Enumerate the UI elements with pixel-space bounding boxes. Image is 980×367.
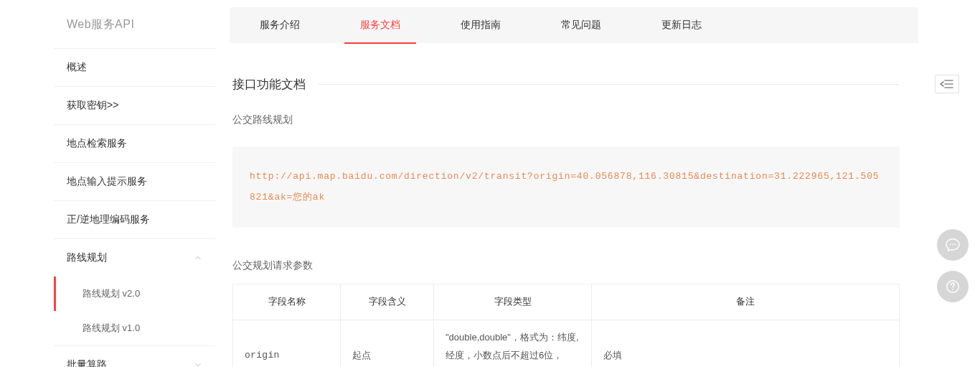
svg-point-0 xyxy=(950,243,951,245)
floating-buttons xyxy=(937,229,969,302)
main-content: 服务介绍 服务文档 使用指南 常见问题 更新日志 接口功能文档 xyxy=(215,0,980,367)
sidebar-subitem-label: 路线规划 v2.0 xyxy=(83,288,140,299)
tab-service-intro[interactable]: 服务介绍 xyxy=(230,7,330,43)
tab-changelog[interactable]: 更新日志 xyxy=(631,7,732,43)
td-field-note: 必填 xyxy=(592,320,900,367)
sidebar-item-label: 概述 xyxy=(67,61,87,74)
sidebar-item-place-search[interactable]: 地点检索服务 xyxy=(54,124,215,162)
tab-service-doc[interactable]: 服务文档 xyxy=(330,7,430,43)
sidebar-item-label: 路线规划 xyxy=(67,251,107,264)
sidebar-item-geocoding[interactable]: 正/逆地理编码服务 xyxy=(54,200,215,238)
svg-point-1 xyxy=(952,243,953,245)
sidebar-item-label: 地点检索服务 xyxy=(67,137,127,150)
sidebar-subitem-direction-v2[interactable]: 路线规划 v2.0 xyxy=(54,277,215,311)
sidebar-item-getkey[interactable]: 获取密钥>> xyxy=(54,86,215,124)
tab-label: 使用指南 xyxy=(461,19,501,30)
sidebar-item-batch[interactable]: 批量算路 xyxy=(54,345,215,367)
th-field-type: 字段类型 xyxy=(434,284,592,320)
sidebar-subitem-label: 路线规划 v1.0 xyxy=(83,322,140,333)
chevron-down-icon xyxy=(194,361,202,367)
table-row: origin 起点 "double,double"，格式为：纬度,经度，小数点后… xyxy=(233,320,900,367)
sidebar-item-overview[interactable]: 概述 xyxy=(54,48,215,86)
td-field-meaning: 起点 xyxy=(341,320,434,367)
sidebar: Web服务API 概述 获取密钥>> 地点检索服务 地点输入提示服务 正/逆地理… xyxy=(54,0,215,367)
th-field-meaning: 字段含义 xyxy=(341,284,434,320)
sidebar-title: Web服务API xyxy=(54,0,215,48)
tab-label: 常见问题 xyxy=(561,19,601,30)
td-field-type: "double,double"，格式为：纬度,经度，小数点后不超过6位，如："4… xyxy=(434,320,592,367)
sidebar-item-direction[interactable]: 路线规划 xyxy=(54,238,215,277)
tab-label: 服务文档 xyxy=(360,19,400,30)
svg-point-4 xyxy=(952,289,953,290)
tabs: 服务介绍 服务文档 使用指南 常见问题 更新日志 xyxy=(230,7,918,43)
params-table: 字段名称 字段含义 字段类型 备注 origin 起点 "double,doub… xyxy=(232,284,900,367)
collapse-icon xyxy=(940,79,954,89)
help-button[interactable] xyxy=(937,271,969,302)
tab-faq[interactable]: 常见问题 xyxy=(531,7,631,43)
sidebar-item-label: 地点输入提示服务 xyxy=(67,175,147,188)
tab-label: 更新日志 xyxy=(661,19,702,30)
section-title: 接口功能文档 xyxy=(232,76,319,93)
feedback-button[interactable] xyxy=(937,229,969,261)
svg-point-2 xyxy=(954,243,956,245)
example-request-url: http://api.map.baidu.com/direction/v2/tr… xyxy=(232,147,900,228)
tab-guide[interactable]: 使用指南 xyxy=(430,7,531,43)
sidebar-item-label: 获取密钥>> xyxy=(67,99,118,112)
sidebar-subitem-direction-v1[interactable]: 路线规划 v1.0 xyxy=(54,311,215,345)
tab-label: 服务介绍 xyxy=(260,19,300,30)
help-icon xyxy=(945,279,961,294)
sidebar-item-place-suggest[interactable]: 地点输入提示服务 xyxy=(54,162,215,200)
chevron-up-icon xyxy=(194,254,202,262)
sidebar-item-label: 正/逆地理编码服务 xyxy=(67,213,150,226)
th-field-name: 字段名称 xyxy=(233,284,341,320)
params-title: 公交规划请求参数 xyxy=(232,259,963,272)
section-divider xyxy=(319,84,899,85)
td-field-name: origin xyxy=(233,320,341,367)
th-field-note: 备注 xyxy=(592,284,900,320)
route-subtitle: 公交路线规划 xyxy=(232,113,963,126)
table-header-row: 字段名称 字段含义 字段类型 备注 xyxy=(233,284,900,320)
collapse-toggle-button[interactable] xyxy=(935,75,959,93)
chat-icon xyxy=(945,237,961,253)
sidebar-item-label: 批量算路 xyxy=(67,358,107,367)
